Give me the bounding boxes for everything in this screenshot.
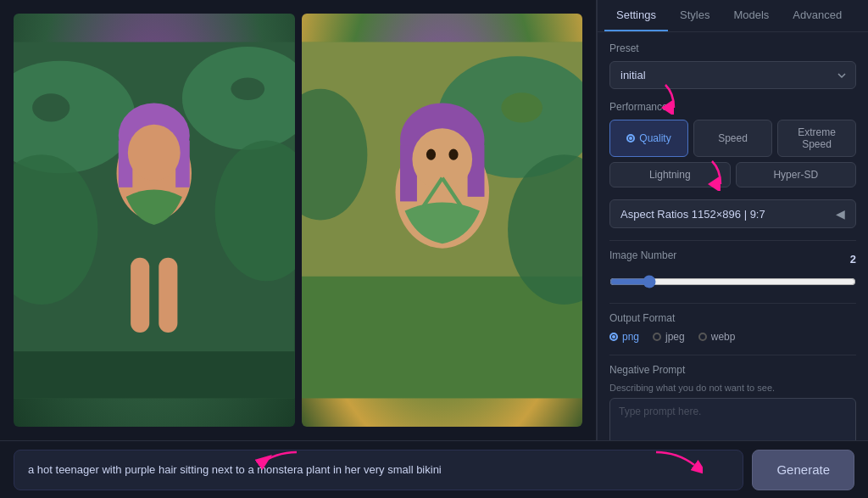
- output-format-label: Output Format: [609, 312, 856, 324]
- svg-point-26: [426, 149, 435, 160]
- output-format-section: Output Format png jpeg webp: [609, 312, 856, 343]
- performance-label: Performance: [609, 101, 856, 113]
- divider-3: [609, 355, 856, 355]
- jpeg-radio: [653, 333, 661, 341]
- performance-row-2: Lightning Hyper-SD: [609, 162, 856, 187]
- image-number-row: Image Number 2: [609, 249, 856, 268]
- preset-section: Preset initial: [609, 42, 856, 89]
- image-container-1: [14, 14, 295, 427]
- svg-rect-13: [159, 258, 177, 333]
- negative-prompt-description: Describing what you do not want to see.: [609, 383, 856, 393]
- format-webp-option[interactable]: webp: [698, 331, 736, 343]
- svg-rect-14: [14, 351, 295, 398]
- prompt-input[interactable]: [14, 450, 743, 490]
- image-number-slider[interactable]: [609, 275, 856, 288]
- negative-prompt-section: Negative Prompt Describing what you do n…: [609, 364, 856, 440]
- image-panel: [0, 0, 597, 440]
- webp-radio: [698, 333, 707, 341]
- perf-hyper-btn[interactable]: Hyper-SD: [736, 162, 857, 187]
- image-number-section: Image Number 2: [609, 249, 856, 291]
- quality-radio: [626, 134, 635, 143]
- image-container-2: [302, 14, 583, 427]
- generated-image-2: [302, 14, 583, 427]
- format-options-row: png jpeg webp: [609, 331, 856, 343]
- negative-prompt-label: Negative Prompt: [609, 364, 856, 376]
- image-number-value: 2: [850, 253, 856, 266]
- tab-styles[interactable]: Styles: [668, 0, 721, 31]
- settings-content: Preset initial Performance Quality Speed: [598, 32, 868, 440]
- svg-point-11: [128, 125, 181, 181]
- image-number-label: Image Number: [609, 249, 676, 261]
- png-radio: [609, 333, 618, 341]
- preset-select[interactable]: initial: [609, 61, 856, 89]
- generated-image-1: [14, 14, 295, 427]
- perf-lightning-btn[interactable]: Lightning: [609, 162, 731, 187]
- perf-speed-btn[interactable]: Speed: [693, 120, 772, 157]
- tabs-bar: Settings Styles Models Advanced: [598, 0, 868, 32]
- aspect-ratio-row[interactable]: Aspect Ratios 1152×896 | 9:7 ◀: [609, 199, 856, 228]
- svg-point-5: [32, 93, 70, 121]
- aspect-ratio-value: 1152×896 | 9:7: [692, 208, 765, 221]
- bottom-bar: Generate: [0, 440, 868, 498]
- svg-point-20: [501, 92, 542, 122]
- tab-settings[interactable]: Settings: [604, 0, 668, 31]
- generate-button[interactable]: Generate: [752, 450, 854, 490]
- svg-point-27: [448, 149, 458, 160]
- tab-advanced[interactable]: Advanced: [781, 0, 854, 31]
- divider-2: [609, 303, 856, 304]
- tab-models[interactable]: Models: [721, 0, 781, 31]
- settings-panel: Settings Styles Models Advanced Preset i…: [597, 0, 868, 440]
- format-png-option[interactable]: png: [609, 331, 639, 343]
- negative-prompt-input[interactable]: [609, 398, 856, 440]
- aspect-ratio-section: Aspect Ratios 1152×896 | 9:7 ◀: [609, 199, 856, 228]
- performance-section: Performance Quality Speed Extreme Speed: [609, 101, 856, 187]
- performance-row-1: Quality Speed Extreme Speed: [609, 120, 856, 157]
- aspect-ratio-label: Aspect Ratios 1152×896 | 9:7: [620, 208, 765, 221]
- format-jpeg-option[interactable]: jpeg: [653, 331, 685, 343]
- svg-rect-12: [131, 258, 149, 333]
- perf-extreme-btn[interactable]: Extreme Speed: [777, 120, 856, 157]
- perf-quality-btn[interactable]: Quality: [609, 120, 688, 157]
- svg-point-6: [231, 78, 264, 101]
- preset-label: Preset: [609, 42, 856, 54]
- image-grid: [0, 0, 596, 440]
- divider-1: [609, 240, 856, 241]
- aspect-chevron-icon: ◀: [836, 207, 845, 221]
